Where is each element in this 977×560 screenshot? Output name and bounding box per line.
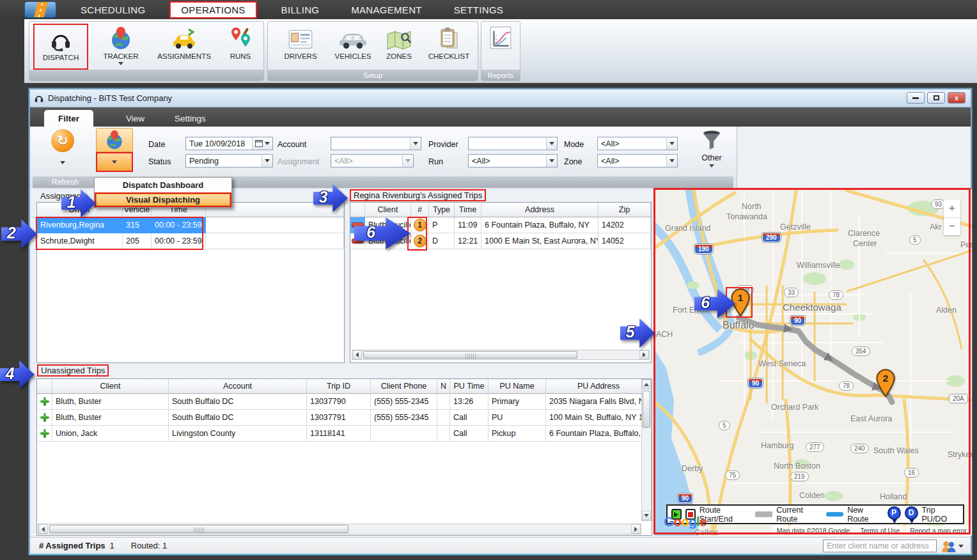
terms-link[interactable]: Terms of Use <box>860 527 900 534</box>
date-label: Date <box>148 140 165 149</box>
map-marker-2[interactable]: 2 <box>875 369 896 400</box>
tab-view[interactable]: View <box>112 110 159 127</box>
dispatch-view-menu: Dispatch Dashboard Visual Dispatching <box>94 177 232 208</box>
ribbon-group-caption <box>29 70 263 81</box>
callout-4: 4 <box>0 361 35 389</box>
zoom-in-button[interactable]: + <box>944 199 960 218</box>
assigned-trips-title: Regina Rivenburg's Assigned Trips <box>350 189 486 201</box>
menu-management[interactable]: MANAGEMENT <box>343 2 430 18</box>
map-label: Williamsville <box>797 261 840 270</box>
col-num[interactable]: # <box>411 203 429 217</box>
account-select[interactable] <box>331 137 421 150</box>
dispatch-view-button[interactable] <box>96 128 133 152</box>
unassigned-trip-row[interactable]: Bluth, Buster South Buffalo DC 13037790 … <box>37 394 652 410</box>
other-filter-button[interactable]: Other <box>694 130 730 167</box>
tracker-dropdown-arrow[interactable] <box>118 62 123 65</box>
col-client[interactable]: Client <box>52 379 169 394</box>
report-error-link[interactable]: Report a map error <box>910 527 967 534</box>
checklist-button[interactable]: CHECKLIST <box>421 24 476 70</box>
col-type[interactable]: Type <box>429 203 455 217</box>
window-tabbar: Filter View Settings <box>30 107 971 127</box>
drivers-button[interactable]: DRIVERS <box>273 24 328 70</box>
menu-settings[interactable]: SETTINGS <box>446 2 511 18</box>
route-shield: 240 <box>850 444 869 453</box>
zones-button[interactable]: ZONES <box>378 24 420 70</box>
menu-operations[interactable]: OPERATIONS <box>169 1 256 19</box>
col-puaddress[interactable]: PU Address <box>546 379 652 394</box>
unassigned-trips-vscrollbar[interactable] <box>641 379 652 521</box>
menu-billing[interactable]: BILLING <box>274 2 327 18</box>
map-label: Clarence <box>848 229 880 238</box>
route-shield: 290 <box>762 233 781 242</box>
map-label: Hamburg <box>761 441 793 450</box>
callout-6-map: 6 <box>694 289 735 318</box>
vehicles-button[interactable]: VEHICLES <box>325 24 380 70</box>
runs-button[interactable]: RUNS <box>220 24 261 70</box>
reports-button[interactable] <box>473 24 529 70</box>
dispatch-button[interactable]: DISPATCH <box>33 24 88 70</box>
search-options-arrow[interactable] <box>958 545 964 548</box>
provider-select[interactable] <box>468 137 558 150</box>
driver-row-rivenburg[interactable]: Rivenburg,Regina 315 00:00 - 23:59 <box>37 217 344 233</box>
menu-item-dispatch-dashboard[interactable]: Dispatch Dashboard <box>95 178 231 192</box>
refresh-button[interactable]: ↻ <box>39 129 86 175</box>
close-button[interactable]: x <box>948 92 965 104</box>
dispatch-view-splitbutton[interactable] <box>96 128 133 173</box>
col-account[interactable]: Account <box>169 379 307 394</box>
unassigned-trip-row[interactable]: Bluth, Buster South Buffalo DC 13037791 … <box>37 410 652 426</box>
setup-group-caption: Setup <box>268 70 478 81</box>
map-label: North <box>742 202 762 211</box>
col-clientphone[interactable]: Client Phone <box>371 379 437 394</box>
menu-item-visual-dispatching[interactable]: Visual Dispatching <box>95 192 231 207</box>
col-zip[interactable]: Zip <box>598 203 651 217</box>
col-n[interactable]: N <box>437 379 450 394</box>
date-picker[interactable]: Tue 10/09/2018 <box>185 137 273 150</box>
chart-icon <box>488 24 513 51</box>
restore-button[interactable] <box>927 92 945 104</box>
map-panel[interactable]: NorthTonawandaGrand IslandGetzvilleClare… <box>655 189 972 536</box>
col-putime[interactable]: PU Time <box>450 379 488 394</box>
car-icon <box>338 24 368 51</box>
driver-row-schrute[interactable]: Schrute,Dwight 205 00:00 - 23:59 <box>37 233 344 249</box>
zone-select[interactable]: <All> <box>597 154 678 167</box>
assignments-button[interactable]: ASSIGNMENTS <box>151 24 217 70</box>
col-client[interactable]: Client <box>365 203 411 217</box>
col-puname[interactable]: PU Name <box>488 379 546 394</box>
ribbon-group-reports: Reports <box>481 21 520 81</box>
map-label: Holland <box>880 492 907 501</box>
dispatch-view-dropdown[interactable] <box>96 152 133 172</box>
unassigned-trip-row[interactable]: Union, Jack Livingston County 13118141 C… <box>37 426 652 442</box>
tab-settings[interactable]: Settings <box>160 110 220 127</box>
mode-select[interactable]: <All> <box>597 137 678 150</box>
callout-2: 2 <box>1 219 37 249</box>
client-search-input[interactable] <box>823 540 937 552</box>
menu-scheduling[interactable]: SCHEDULING <box>73 2 153 18</box>
col-time[interactable]: Time <box>455 203 481 217</box>
status-select[interactable]: Pending <box>185 154 273 167</box>
people-icon[interactable] <box>941 540 956 553</box>
window-titlebar[interactable]: Dispatching - BiTS Test Company x <box>30 89 971 107</box>
callout-3: 3 <box>313 184 348 212</box>
unassigned-trips-hscrollbar[interactable] <box>38 524 641 534</box>
col-address[interactable]: Address <box>481 203 598 217</box>
assigned-trips-hscrollbar[interactable] <box>352 350 650 360</box>
assignment-label: Assignment <box>277 157 319 166</box>
add-trip-icon[interactable] <box>40 413 49 422</box>
status-label: Status <box>148 157 171 166</box>
add-trip-icon[interactable] <box>40 429 49 438</box>
add-trip-icon[interactable] <box>40 397 49 406</box>
other-dropdown-arrow[interactable] <box>709 164 714 167</box>
tab-filter[interactable]: Filter <box>44 110 93 127</box>
provider-label: Provider <box>428 140 458 149</box>
col-tripid[interactable]: Trip ID <box>307 379 371 394</box>
refresh-dropdown-arrow[interactable] <box>60 161 65 164</box>
map-zoom-control[interactable]: + − <box>944 199 960 235</box>
tracker-button[interactable]: TRACKER <box>93 24 148 70</box>
svg-text:2: 2 <box>883 373 889 384</box>
run-select[interactable]: <All> <box>468 154 558 167</box>
dropoff-pin-icon: D <box>905 506 918 523</box>
callout-5: 5 <box>620 318 655 348</box>
zoom-out-button[interactable]: − <box>944 218 960 236</box>
map-label: Orchard Park <box>771 403 818 412</box>
minimize-button[interactable] <box>907 92 925 104</box>
